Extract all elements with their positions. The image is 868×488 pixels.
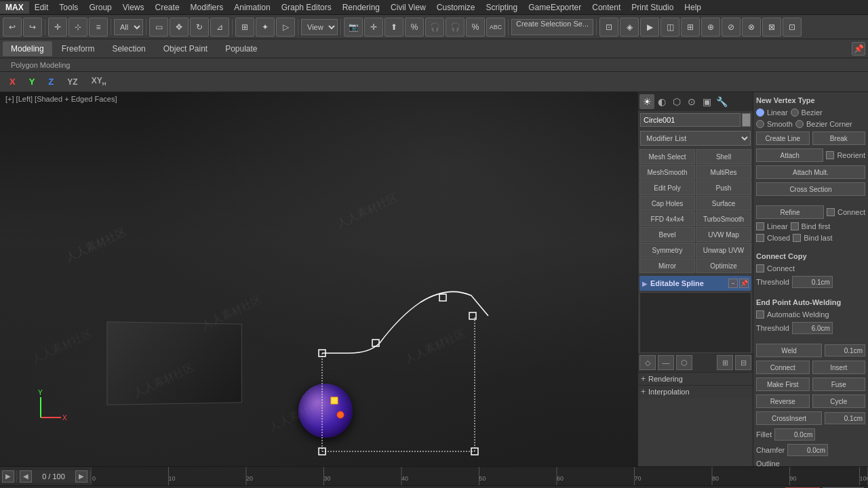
sub-icon-4[interactable]: ⊞ — [717, 355, 733, 370]
menu-graph-editors[interactable]: Graph Editors — [276, 1, 337, 14]
reverse-btn[interactable]: Reverse — [756, 394, 810, 408]
up-btn[interactable]: ⬆ — [384, 18, 403, 37]
mod-symmetry[interactable]: Symmetry — [639, 243, 695, 258]
mod-push[interactable]: Push — [696, 180, 751, 195]
radio-smooth[interactable] — [756, 120, 764, 128]
bind-first-checkbox[interactable] — [791, 222, 799, 230]
mod-shell[interactable]: Shell — [696, 149, 751, 164]
menu-group[interactable]: Group — [83, 1, 117, 14]
prev-frame-btn[interactable]: ◀ — [20, 470, 32, 483]
axis-y-btn[interactable]: Y — [25, 75, 39, 88]
object-name-input[interactable] — [640, 113, 741, 127]
connect3-btn[interactable]: Connect — [756, 361, 810, 374]
align-btn[interactable]: ⊞ — [235, 18, 254, 37]
s1[interactable]: ⊡ — [599, 18, 618, 37]
fuse-btn[interactable]: Fuse — [812, 378, 866, 391]
threshold2-input[interactable] — [792, 322, 833, 334]
menu-views[interactable]: Views — [117, 1, 150, 14]
menu-tools[interactable]: Tools — [54, 1, 83, 14]
section-interpolation[interactable]: + Interpolation — [638, 385, 753, 398]
select-btn[interactable]: ✛ — [48, 18, 67, 37]
menu-help[interactable]: Help — [679, 1, 707, 14]
rect-select-btn[interactable]: ▭ — [149, 18, 168, 37]
rotate-btn[interactable]: ↻ — [190, 18, 209, 37]
break-btn[interactable]: Break — [812, 131, 866, 145]
panel-tab-utilities[interactable]: ⬡ — [669, 94, 684, 109]
reorient-checkbox[interactable] — [826, 151, 834, 159]
mod-uvwmap[interactable]: UVW Map — [696, 227, 751, 242]
chamfer-input[interactable] — [787, 444, 828, 456]
s6[interactable]: ⊕ — [701, 18, 720, 37]
sub-icon-spline[interactable]: ⬡ — [676, 355, 692, 370]
plus-btn[interactable]: ✛ — [364, 18, 383, 37]
next-frame-btn[interactable]: ▶ — [75, 470, 87, 483]
s8[interactable]: ⊗ — [742, 18, 761, 37]
move-tool-btn[interactable]: ✥ — [170, 18, 189, 37]
viewport[interactable]: 人人素材社区 人人素材社区 人人素材社区 人人素材社区 人人素材社区 人人素材社… — [0, 92, 637, 466]
axis-xy-btn[interactable]: XYH — [87, 75, 111, 88]
s2[interactable]: ◈ — [620, 18, 639, 37]
menu-rendering[interactable]: Rendering — [337, 1, 385, 14]
radio-linear[interactable] — [756, 108, 764, 117]
auto-welding-checkbox[interactable] — [756, 310, 764, 319]
refine-btn[interactable]: Refine — [756, 205, 824, 219]
timeline-track[interactable]: 0 10 20 30 40 50 60 70 80 90 100 — [91, 467, 868, 485]
axis-x-btn[interactable]: X — [5, 75, 20, 88]
all-select[interactable]: All — [114, 19, 143, 35]
make-first-btn[interactable]: Make First — [756, 378, 810, 391]
tab-modeling[interactable]: Modeling — [3, 41, 52, 56]
linear-checkbox[interactable] — [756, 222, 764, 230]
s4[interactable]: ◫ — [660, 18, 679, 37]
panel-tab-display[interactable]: ◐ — [654, 94, 669, 109]
object-color-swatch[interactable] — [742, 113, 751, 127]
sub-icon-vertex[interactable]: ◇ — [639, 355, 656, 370]
bind-last-checkbox[interactable] — [793, 234, 801, 242]
threshold-input[interactable] — [792, 276, 833, 288]
closed-checkbox[interactable] — [756, 234, 764, 242]
menu-game-exporter[interactable]: GameExporter — [523, 1, 587, 14]
axis-z-btn[interactable]: Z — [44, 75, 58, 88]
mod-meshsmooth[interactable]: MeshSmooth — [639, 165, 695, 180]
attach-btn[interactable]: Attach — [756, 148, 823, 162]
headphones2-btn[interactable]: 🎧 — [446, 18, 465, 37]
mod-ffd[interactable]: FFD 4x4x4 — [639, 211, 695, 226]
pct2-btn[interactable]: % — [466, 18, 485, 37]
render-btn[interactable]: ▷ — [276, 18, 295, 37]
mod-mirror[interactable]: Mirror — [639, 258, 695, 273]
menu-animation[interactable]: Animation — [229, 1, 275, 14]
insert-btn[interactable]: Insert — [812, 361, 866, 374]
weld-input[interactable] — [825, 344, 865, 357]
cross-section-btn[interactable]: Cross Section — [756, 182, 865, 196]
radio-bezier-corner[interactable] — [795, 120, 804, 128]
radio-bezier[interactable] — [791, 108, 799, 117]
panel-tab-extra[interactable]: 🔧 — [714, 94, 729, 109]
s3[interactable]: ▶ — [640, 18, 659, 37]
s7[interactable]: ⊘ — [722, 18, 741, 37]
mod-optimize[interactable]: Optimize — [696, 258, 751, 273]
section-rendering[interactable]: + Rendering — [638, 372, 753, 385]
menu-modifiers[interactable]: Modifiers — [185, 1, 229, 14]
tab-freeform[interactable]: Freeform — [54, 41, 103, 56]
panel-tab-config[interactable]: ⊙ — [684, 94, 699, 109]
redo-btn[interactable]: ↪ — [23, 18, 42, 37]
menu-create[interactable]: Create — [150, 1, 185, 14]
headphones-btn[interactable]: 🎧 — [425, 18, 444, 37]
crossinsert-btn[interactable]: CrossInsert — [756, 411, 822, 425]
cycle-btn[interactable]: Cycle — [812, 394, 866, 408]
connect-checkbox[interactable] — [827, 208, 835, 216]
layer-btn[interactable]: ≡ — [89, 18, 108, 37]
sub-icon-5[interactable]: ⊟ — [735, 355, 751, 370]
menu-content[interactable]: Content — [587, 1, 626, 14]
menu-edit[interactable]: Edit — [29, 1, 54, 14]
sub-icon-segment[interactable]: — — [658, 355, 674, 370]
mod-turbosmooth[interactable]: TurboSmooth — [696, 211, 751, 226]
play-btn[interactable]: ▶ — [2, 470, 14, 483]
connect-copy-checkbox[interactable] — [756, 264, 764, 272]
spline-ctrl-pin[interactable]: 📌 — [739, 279, 749, 288]
mod-cap-holes[interactable]: Cap Holes — [639, 196, 695, 211]
menu-scripting[interactable]: Scripting — [481, 1, 524, 14]
mod-bevel[interactable]: Bevel — [639, 227, 695, 242]
menu-civil-view[interactable]: Civil View — [385, 1, 431, 14]
view-select[interactable]: View — [301, 19, 338, 35]
tab-object-paint[interactable]: Object Paint — [155, 41, 216, 56]
